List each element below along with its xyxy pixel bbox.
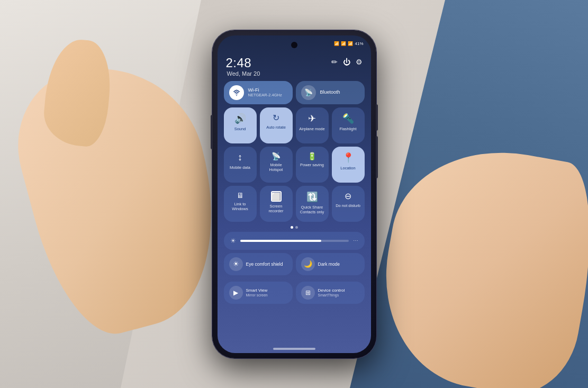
dark-mode-label: Dark mode <box>318 261 340 267</box>
link-windows-icon: 🖥 <box>237 191 244 200</box>
eye-comfort-icon: ☀ <box>229 257 243 271</box>
screen-recorder-label: Screen recorder <box>263 204 290 213</box>
auto-rotate-label: Auto rotate <box>266 125 286 130</box>
screen-recorder-icon: ⬜ <box>271 191 282 202</box>
eye-comfort-tile[interactable]: ☀ Eye comfort shield <box>224 253 293 275</box>
sound-label: Sound <box>234 127 246 131</box>
bluetooth-icon: 📡 <box>301 85 316 100</box>
mobile-data-label: Mobile data <box>230 165 250 170</box>
wifi-status-icon: 📶 <box>341 41 346 46</box>
bluetooth-status-icon: 📶 <box>334 41 339 46</box>
location-icon: 📍 <box>342 152 354 164</box>
wifi-icon <box>229 85 244 100</box>
connectivity-row: Wi-Fi NETGEAR-2.4GHz 📡 Bluetooth <box>222 81 367 107</box>
quick-tiles-row-1: 🔊 Sound ↻ Auto rotate ✈ Airplane mode 🔦 … <box>222 107 367 147</box>
status-icons: 📶 📶 📶 41% <box>334 41 363 46</box>
location-tile[interactable]: 📍 Location <box>332 147 365 183</box>
auto-rotate-tile[interactable]: ↻ Auto rotate <box>260 107 293 143</box>
power-saving-tile[interactable]: 🔋 Power saving <box>296 147 329 183</box>
mobile-hotspot-label: Mobile Hotspot <box>263 163 290 172</box>
camera-notch <box>291 42 297 48</box>
home-indicator[interactable] <box>273 348 315 350</box>
dot-2 <box>295 226 298 229</box>
dark-mode-icon: 🌙 <box>301 257 315 271</box>
sound-tile[interactable]: 🔊 Sound <box>224 107 257 143</box>
quick-share-label: Quick Share Contacts only <box>299 205 325 214</box>
mobile-data-tile[interactable]: ↕ Mobile data <box>224 147 257 183</box>
settings-icon[interactable]: ⚙ <box>356 58 363 66</box>
page-dots <box>222 225 367 232</box>
mobile-data-icon: ↕ <box>238 152 242 163</box>
brightness-bar[interactable] <box>240 240 349 242</box>
time-section: 2:48 Wed, Mar 20 ✏ ⏻ ⚙ <box>222 52 367 81</box>
sound-icon: 🔊 <box>234 113 246 124</box>
do-not-disturb-icon: ⊖ <box>345 191 351 201</box>
flashlight-icon: 🔦 <box>342 113 354 124</box>
airplane-tile[interactable]: ✈ Airplane mode <box>296 107 329 143</box>
bluetooth-label: Bluetooth <box>320 89 340 95</box>
battery-text: 41% <box>355 41 363 46</box>
volume-down-button[interactable] <box>376 136 378 178</box>
brightness-fill <box>240 240 322 242</box>
date-display: Wed, Mar 20 <box>227 70 260 77</box>
power-saving-icon: 🔋 <box>307 152 316 160</box>
quick-settings-panel: 2:48 Wed, Mar 20 ✏ ⏻ ⚙ <box>222 52 367 342</box>
device-control-icon: ⊞ <box>301 286 315 300</box>
quick-share-icon: 🔃 <box>306 191 318 203</box>
dot-1 <box>291 226 293 229</box>
mobile-hotspot-tile[interactable]: 📡 Mobile Hotspot <box>260 147 293 183</box>
bottom-tiles-row: ▶ Smart View Mirror screen ⊞ Device cont… <box>222 282 367 307</box>
smart-view-label: Smart View <box>246 288 268 293</box>
dark-mode-tile[interactable]: 🌙 Dark mode <box>296 253 365 275</box>
quick-share-tile[interactable]: 🔃 Quick Share Contacts only <box>296 186 329 222</box>
toggle-row: ☀ Eye comfort shield 🌙 Dark mode <box>222 253 367 278</box>
link-windows-tile[interactable]: 🖥 Link to Windows <box>224 186 257 222</box>
phone-screen: 📶 📶 📶 41% 2:48 Wed, Mar 20 <box>218 35 371 353</box>
quick-tiles-row-2: ↕ Mobile data 📡 Mobile Hotspot 🔋 Power s… <box>222 147 367 186</box>
smart-view-sublabel: Mirror screen <box>246 293 268 297</box>
phone: 📶 📶 📶 41% 2:48 Wed, Mar 20 <box>212 30 376 358</box>
airplane-icon: ✈ <box>308 113 316 124</box>
flashlight-tile[interactable]: 🔦 Flashlight <box>332 107 365 143</box>
device-control-sublabel: SmartThings <box>318 293 345 297</box>
smart-view-icon: ▶ <box>229 286 243 300</box>
device-control-label: Device control <box>318 288 345 293</box>
wifi-sublabel: NETGEAR-2.4GHz <box>248 93 282 97</box>
bluetooth-tile[interactable]: 📡 Bluetooth <box>296 81 365 104</box>
link-windows-label: Link to Windows <box>227 202 254 211</box>
power-saving-label: Power saving <box>300 163 324 167</box>
edit-icon[interactable]: ✏ <box>331 58 338 66</box>
brightness-more-icon[interactable]: ⋯ <box>353 238 358 243</box>
wifi-tile[interactable]: Wi-Fi NETGEAR-2.4GHz <box>224 81 293 104</box>
signal-status-icon: 📶 <box>348 41 353 46</box>
brightness-low-icon: ☀ <box>230 237 236 245</box>
do-not-disturb-tile[interactable]: ⊖ Do not disturb <box>332 186 365 222</box>
airplane-label: Airplane mode <box>299 127 324 131</box>
scene: 📶 📶 📶 41% 2:48 Wed, Mar 20 <box>0 0 588 388</box>
mobile-hotspot-icon: 📡 <box>272 152 281 160</box>
location-label: Location <box>340 166 355 170</box>
auto-rotate-icon: ↻ <box>273 113 279 123</box>
smart-view-tile[interactable]: ▶ Smart View Mirror screen <box>224 282 293 304</box>
quick-tiles-row-3: 🖥 Link to Windows ⬜ Screen recorder 🔃 Qu… <box>222 186 367 225</box>
wifi-label: Wi-Fi <box>248 87 282 93</box>
time-display: 2:48 <box>226 56 260 70</box>
top-actions: ✏ ⏻ ⚙ <box>331 56 363 66</box>
device-control-tile[interactable]: ⊞ Device control SmartThings <box>296 282 365 304</box>
volume-up-button[interactable] <box>376 104 378 131</box>
screen-recorder-tile[interactable]: ⬜ Screen recorder <box>260 186 293 222</box>
eye-comfort-label: Eye comfort shield <box>246 261 283 267</box>
power-button[interactable] <box>211 115 213 149</box>
brightness-control[interactable]: ☀ ⋯ <box>224 232 365 250</box>
do-not-disturb-label: Do not disturb <box>336 203 360 208</box>
power-icon[interactable]: ⏻ <box>343 58 350 66</box>
flashlight-label: Flashlight <box>339 127 356 131</box>
